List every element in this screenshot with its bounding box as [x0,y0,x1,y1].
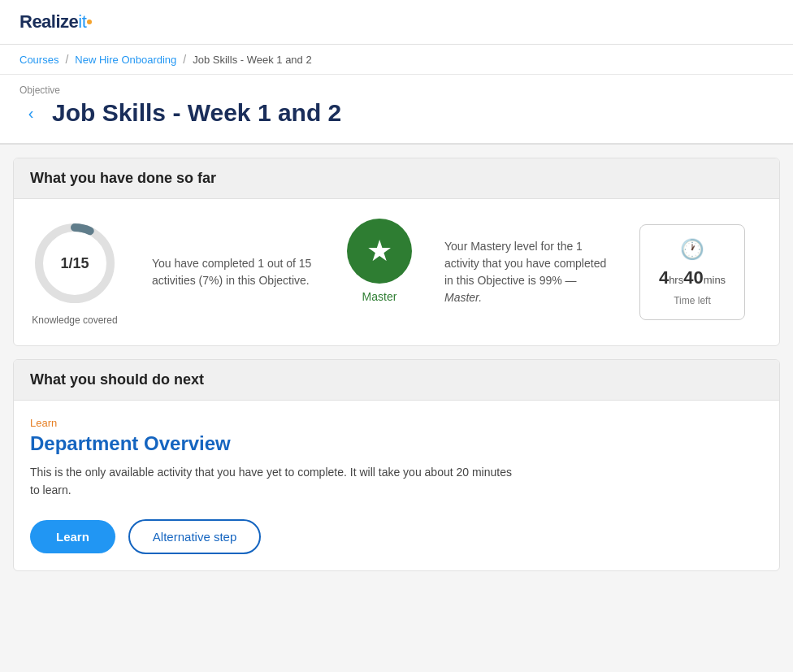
page-title-area: Objective ‹ Job Skills - Week 1 and 2 [0,75,793,145]
done-section-header: What you have done so far [14,158,779,199]
master-label: Master [362,290,397,303]
mastery-desc: Your Mastery level for the 1 activity th… [444,238,607,306]
time-left-label: Time left [674,295,711,306]
alternative-step-button[interactable]: Alternative step [128,519,261,554]
breadcrumb-current: Job Skills - Week 1 and 2 [193,54,311,66]
time-hrs-label: hrs [669,274,683,286]
done-section-title: What you have done so far [30,170,216,186]
header: Realizeit [0,0,793,45]
activity-title: Department Overview [30,432,763,455]
next-section-body: Learn Department Overview This is the on… [14,401,779,570]
logo-main-text: Realize [20,11,78,33]
breadcrumb-courses[interactable]: Courses [20,54,58,66]
learn-button[interactable]: Learn [30,520,115,553]
page-title: Job Skills - Week 1 and 2 [52,99,341,127]
activity-desc: This is the only available activity that… [30,463,518,500]
learn-tag: Learn [30,417,763,429]
breadcrumb: Courses / New Hire Onboarding / Job Skil… [0,45,793,75]
breadcrumb-onboarding[interactable]: New Hire Onboarding [75,54,176,66]
star-icon: ★ [366,236,392,266]
donut-center-text: 1/15 [60,255,89,272]
next-section-title: What you should do next [30,371,204,388]
logo-it-text: it [78,11,86,33]
time-mins-label: mins [704,274,726,286]
mastery-desc-text: Your Mastery level for the 1 activity th… [444,240,606,304]
donut-wrap: 1/15 [30,219,119,308]
donut-label: Knowledge covered [32,314,117,326]
time-box: 🕐 4hrs40mins Time left [639,224,745,320]
page-title-row: ‹ Job Skills - Week 1 and 2 [20,99,774,127]
done-section-body: 1/15 Knowledge covered You have complete… [14,199,779,345]
done-section: What you have done so far 1/15 Knowledge… [13,158,780,346]
time-value: 4hrs40mins [659,267,726,288]
breadcrumb-sep-1: / [65,53,68,66]
action-buttons: Learn Alternative step [30,519,763,554]
time-hrs: 4 [659,267,669,288]
breadcrumb-sep-2: / [183,53,186,66]
next-section-header: What you should do next [14,360,779,401]
objective-label: Objective [20,85,774,96]
back-button[interactable]: ‹ [20,102,42,124]
clock-icon: 🕐 [680,238,704,261]
master-container: ★ Master [347,219,412,303]
donut-container: 1/15 Knowledge covered [30,219,119,326]
logo: Realizeit [20,11,92,33]
next-section: What you should do next Learn Department… [13,359,780,571]
progress-desc: You have completed 1 out of 15 activitie… [152,255,314,289]
time-mins: 40 [683,267,703,288]
stats-row: 1/15 Knowledge covered You have complete… [30,219,763,326]
logo-dot [87,20,92,24]
master-circle: ★ [347,219,412,284]
